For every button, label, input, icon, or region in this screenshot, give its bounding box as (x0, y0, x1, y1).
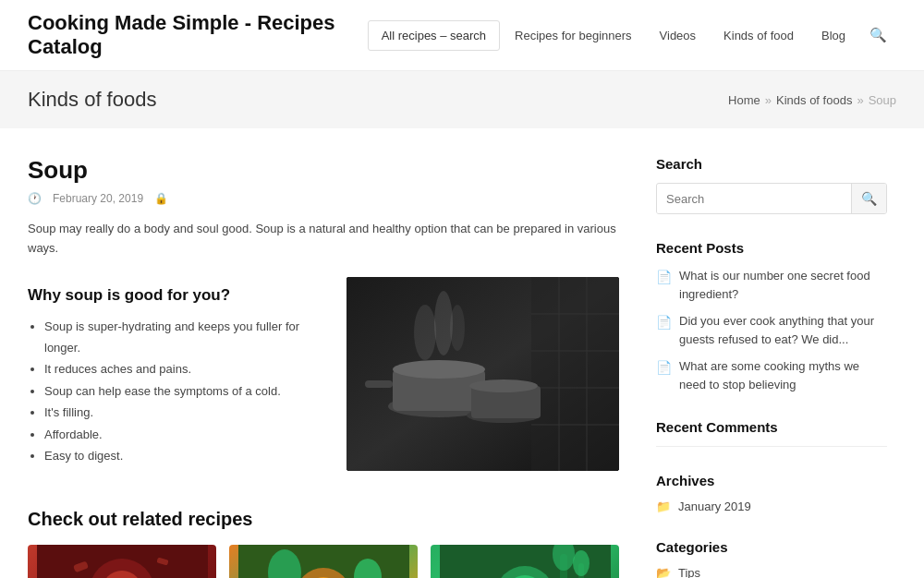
archive-item: 📁 January 2019 (656, 500, 887, 513)
breadcrumb-sep-2: » (857, 93, 863, 107)
category-icon: 📂 (656, 566, 671, 578)
sidebar-search-section: Search 🔍 (656, 156, 887, 214)
article-date: February 20, 2019 (53, 192, 143, 205)
related-image-3 (431, 545, 619, 578)
divider (656, 446, 887, 447)
recent-post-text-3[interactable]: What are some cooking myths we need to s… (679, 357, 887, 393)
nav-item-kinds[interactable]: Kinds of food (711, 21, 807, 50)
svg-rect-12 (365, 380, 393, 388)
search-input[interactable] (657, 185, 851, 213)
main-layout: Soup 🕐 February 20, 2019 🔒 Soup may real… (0, 128, 924, 578)
breadcrumb-sep-1: » (765, 93, 772, 107)
list-item: It's filling. (44, 402, 328, 423)
list-item: Affordable. (44, 424, 328, 445)
page-title: Kinds of foods (28, 88, 156, 112)
search-box: 🔍 (656, 183, 887, 214)
list-item: Soup can help ease the symptoms of a col… (44, 380, 328, 402)
nav-item-all-recipes[interactable]: All recipes – search (368, 20, 500, 51)
sidebar-recent-posts-section: Recent Posts 📄 What is our number one se… (656, 240, 887, 393)
archive-icon: 📁 (656, 500, 671, 513)
svg-rect-2 (531, 277, 619, 471)
post-icon-1: 📄 (656, 268, 672, 287)
list-item: Soup is super-hydrating and keeps you fu… (44, 316, 328, 359)
sidebar-categories-section: Categories 📂 Tips (656, 539, 887, 578)
sidebar: Search 🔍 Recent Posts 📄 What is our numb… (656, 156, 887, 578)
svg-point-16 (450, 305, 465, 351)
article-hero-image (346, 277, 619, 471)
post-icon-3: 📄 (656, 358, 672, 378)
category-item-text-1[interactable]: Tips (678, 566, 700, 578)
recent-post-item: 📄 What are some cooking myths we need to… (656, 357, 887, 393)
sidebar-recent-comments-title: Recent Comments (656, 419, 887, 435)
article-body: Why soup is good for you? Soup is super-… (28, 277, 619, 482)
svg-point-15 (434, 291, 453, 355)
article-text-block: Why soup is good for you? Soup is super-… (28, 277, 328, 482)
main-nav: All recipes – search Recipes for beginne… (368, 19, 896, 51)
breadcrumb: Home » Kinds of foods » Soup (728, 93, 896, 107)
svg-point-11 (393, 360, 485, 379)
nav-item-beginners[interactable]: Recipes for beginners (502, 21, 644, 50)
related-image-1 (28, 545, 216, 578)
sidebar-categories-title: Categories (656, 539, 887, 555)
nav-item-blog[interactable]: Blog (808, 21, 858, 50)
search-button[interactable]: 🔍 (851, 184, 886, 213)
article-benefits-list: Soup is super-hydrating and keeps you fu… (28, 316, 328, 467)
recent-post-text-1[interactable]: What is our number one secret food ingre… (679, 267, 887, 303)
recent-post-item: 📄 Did you ever cook anything that your g… (656, 312, 887, 348)
related-item-1[interactable] (28, 545, 216, 578)
sidebar-search-title: Search (656, 156, 887, 172)
image-placeholder (346, 277, 619, 471)
related-heading: Check out related recipes (28, 509, 619, 530)
nav-item-videos[interactable]: Videos (647, 21, 710, 50)
svg-point-19 (469, 379, 538, 392)
sidebar-recent-comments-section: Recent Comments (656, 419, 887, 447)
svg-point-14 (414, 305, 436, 360)
section-heading: Why soup is good for you? (28, 286, 328, 305)
breadcrumb-home[interactable]: Home (728, 93, 760, 107)
sidebar-archives-section: Archives 📁 January 2019 (656, 473, 887, 513)
breadcrumb-bar: Kinds of foods Home » Kinds of foods » S… (0, 71, 924, 128)
nav-search-icon[interactable]: 🔍 (860, 19, 896, 51)
category-item: 📂 Tips (656, 566, 887, 578)
post-icon-2: 📄 (656, 313, 672, 332)
breadcrumb-parent[interactable]: Kinds of foods (776, 93, 852, 107)
lock-icon: 🔒 (154, 192, 168, 205)
site-header: Cooking Made Simple - Recipes Catalog Al… (0, 0, 924, 71)
article-meta: 🕐 February 20, 2019 🔒 (28, 192, 619, 205)
list-item: Easy to digest. (44, 445, 328, 466)
related-image-2 (229, 545, 418, 578)
calendar-icon: 🕐 (28, 192, 42, 205)
sidebar-recent-posts-title: Recent Posts (656, 240, 887, 256)
breadcrumb-current: Soup (869, 93, 896, 107)
related-item-3[interactable] (431, 545, 619, 578)
list-item: It reduces aches and pains. (44, 358, 328, 379)
article-content: Soup 🕐 February 20, 2019 🔒 Soup may real… (28, 156, 656, 578)
recent-post-text-2[interactable]: Did you ever cook anything that your gue… (679, 312, 887, 348)
related-recipes-grid (28, 545, 619, 578)
sidebar-archives-title: Archives (656, 473, 887, 488)
recent-post-item: 📄 What is our number one secret food ing… (656, 267, 887, 303)
site-title: Cooking Made Simple - Recipes Catalog (28, 11, 368, 59)
related-item-2[interactable] (229, 545, 418, 578)
article-title: Soup (28, 156, 619, 185)
archive-item-text-1[interactable]: January 2019 (678, 500, 751, 513)
article-intro: Soup may really do a body and soul good.… (28, 220, 619, 259)
svg-point-41 (573, 550, 590, 576)
